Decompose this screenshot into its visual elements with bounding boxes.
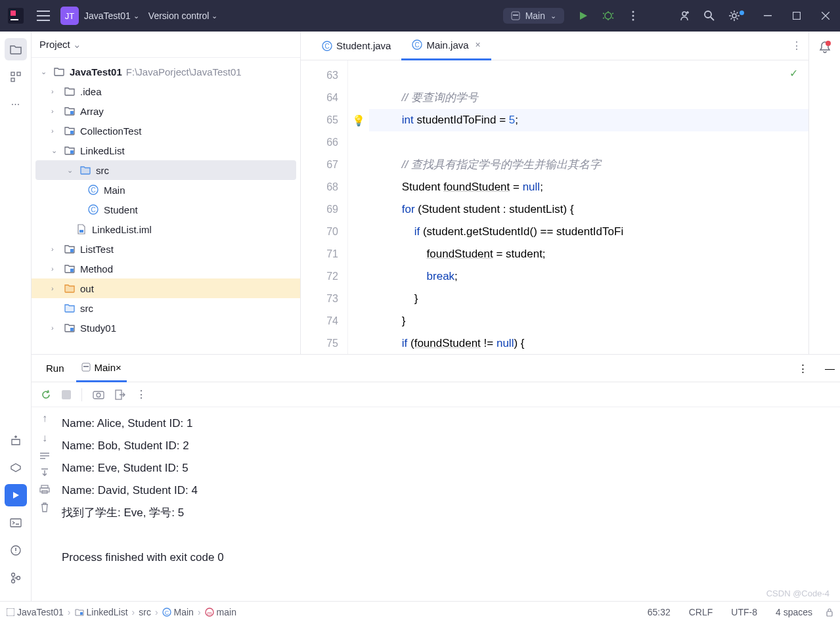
tree-item[interactable]: src [32,298,300,318]
svg-point-10 [705,11,711,18]
svg-rect-2 [11,19,18,20]
problems-tool-button[interactable] [5,539,27,562]
stop-icon[interactable] [62,390,71,399]
project-panel-header[interactable]: Project⌄ [32,32,300,58]
tree-item[interactable]: ⌄LinkedList [32,141,300,160]
readonly-lock-icon[interactable] [826,608,833,617]
tree-item[interactable]: ›out [32,278,300,298]
svg-rect-44 [40,488,49,492]
svg-rect-1 [11,11,16,16]
cursor-position[interactable]: 65:32 [648,607,671,617]
project-tool-button[interactable] [5,38,27,60]
svg-text:C: C [91,187,95,194]
gutter[interactable]: 63646566676869707172737475 [301,60,348,354]
exit-icon[interactable] [115,389,125,400]
code-with-me-icon[interactable] [672,10,697,22]
project-dropdown[interactable]: JavaTest01⌄ [84,11,139,21]
intention-bulb-icon[interactable]: 💡 [352,114,365,127]
structure-tool-button[interactable] [5,66,27,88]
scroll-to-end-icon[interactable] [40,468,49,477]
close-tab-icon[interactable]: × [475,39,481,50]
console-output[interactable]: Name: Alice, Student ID: 1Name: Bob, Stu… [58,407,840,601]
svg-rect-39 [62,390,71,399]
editor-tabs-more-icon[interactable]: ⋮ [785,39,808,52]
main-menu-icon[interactable] [32,11,55,21]
tree-item[interactable]: ›Study01 [32,318,300,338]
svg-text:C: C [164,609,169,615]
titlebar: JT JavaTest01⌄ Version control⌄ Main⌄ [0,0,840,32]
editor-tab[interactable]: CStudent.java [311,32,401,60]
svg-rect-22 [70,111,74,114]
svg-point-20 [11,580,14,583]
svg-point-41 [97,393,100,397]
code-editor[interactable]: // 要查询的学号 int studentIdToFind = 5; // 查找… [369,60,808,354]
svg-rect-24 [70,150,74,154]
file-encoding[interactable]: UTF-8 [731,607,757,617]
maximize-button[interactable] [782,0,811,32]
vcs-dropdown[interactable]: Version control⌄ [148,11,218,21]
tree-item[interactable]: ›Method [32,259,300,278]
editor: CStudent.javaCMain.java× ⋮ ✓ 63646566676… [301,32,808,354]
svg-rect-17 [11,519,21,527]
run-panel-label[interactable]: Run [41,355,70,382]
project-badge[interactable]: JT [60,7,79,25]
more-actions-icon[interactable] [621,11,646,21]
run-config-selector[interactable]: Main⌄ [503,8,564,24]
breadcrumbs[interactable]: JavaTest01› LinkedList› src›C Main›m mai… [7,607,236,617]
git-tool-button[interactable] [5,567,27,589]
tree-item[interactable]: ›Array [32,101,300,121]
toolbar-more-icon[interactable]: ⋮ [136,388,146,401]
scroll-down-icon[interactable]: ↓ [42,432,47,444]
tree-item[interactable]: CStudent [32,200,300,219]
services-tool-button[interactable] [5,456,27,479]
print-icon[interactable] [39,485,50,494]
svg-text:C: C [91,206,95,213]
statusbar: JavaTest01› LinkedList› src›C Main›m mai… [0,601,840,622]
search-icon[interactable] [697,10,722,22]
editor-tab[interactable]: CMain.java× [401,32,491,60]
analysis-ok-icon[interactable]: ✓ [789,67,798,79]
minimize-button[interactable] [753,0,782,32]
close-button[interactable] [811,0,840,32]
run-config-tab[interactable]: Main × [76,355,127,382]
settings-icon[interactable] [722,9,747,22]
more-tools-button[interactable]: ··· [5,93,27,116]
rerun-icon[interactable] [41,389,51,400]
soft-wrap-icon[interactable] [39,452,50,460]
tree-item[interactable]: ⌄src [35,160,296,180]
svg-rect-14 [11,72,14,76]
tree-item[interactable]: ⌄JavaTest01F:\JavaPorject\JavaTest01 [32,62,300,81]
tree-item[interactable]: CMain [32,180,300,200]
svg-point-11 [732,14,736,18]
editor-tabs: CStudent.javaCMain.java× ⋮ [301,32,808,60]
svg-rect-16 [11,78,14,81]
tree-item[interactable]: ›ListTest [32,239,300,259]
close-run-tab-icon[interactable]: × [116,362,122,373]
indent-setting[interactable]: 4 spaces [776,607,812,617]
svg-text:m: m [207,610,211,615]
svg-rect-13 [793,12,801,20]
tree-item[interactable]: ›CollectionTest [32,121,300,141]
svg-rect-46 [7,608,14,616]
tree-item[interactable]: LinkedList.iml [32,219,300,239]
right-tool-rail [808,32,840,354]
terminal-tool-button[interactable] [5,512,27,534]
hide-run-panel-icon[interactable]: — [820,355,840,382]
svg-rect-15 [17,72,20,76]
project-tree[interactable]: ⌄JavaTest01F:\JavaPorject\JavaTest01›.id… [32,58,300,354]
scroll-up-icon[interactable]: ↑ [42,412,47,424]
notifications-icon[interactable] [819,41,831,54]
tree-item[interactable]: ›.idea [32,81,300,101]
svg-point-8 [632,19,634,21]
bookmarks-tool-button[interactable] [5,429,27,451]
line-separator[interactable]: CRLF [689,607,713,617]
run-button[interactable] [571,11,596,21]
clear-icon[interactable] [40,502,49,512]
debug-button[interactable] [596,10,621,22]
run-panel-options-icon[interactable]: ⋮ [793,355,813,382]
svg-point-6 [632,11,634,13]
screenshot-icon[interactable] [93,390,104,399]
run-tool-button[interactable] [5,484,27,506]
svg-rect-4 [513,14,518,16]
project-panel: Project⌄ ⌄JavaTest01F:\JavaPorject\JavaT… [32,32,301,354]
